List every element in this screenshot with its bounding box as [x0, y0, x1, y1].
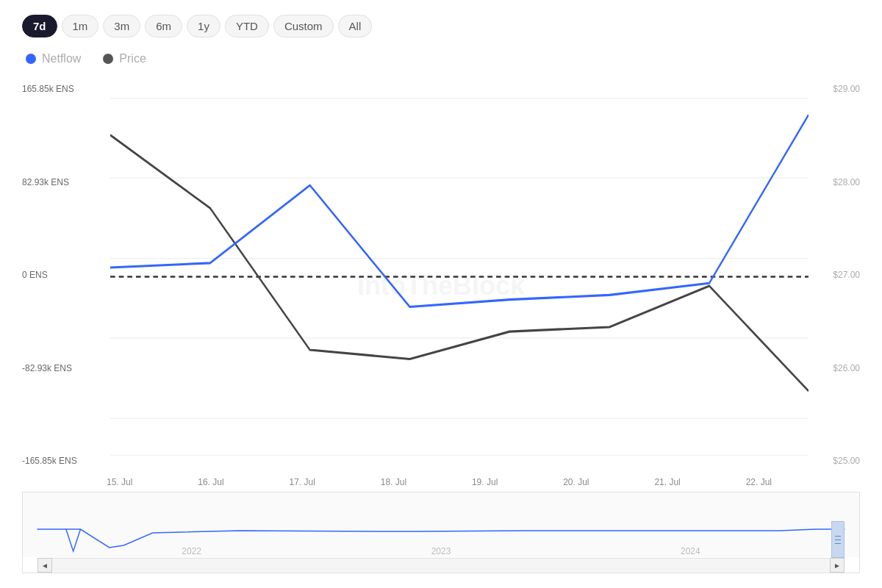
x-axis: 15. Jul16. Jul17. Jul18. Jul19. Jul20. J… — [22, 473, 860, 492]
legend-netflow: Netflow — [26, 52, 81, 65]
scroll-handle[interactable] — [831, 521, 845, 558]
x-label-0: 15. Jul — [107, 477, 132, 492]
scroll-handle-line — [835, 543, 841, 544]
y-right-label-0: $29.00 — [808, 84, 860, 94]
svg-rect-7 — [23, 492, 859, 557]
main-chart-area: IntoTheBlock 165.85k ENS82.93k ENS0 ENS-… — [22, 80, 860, 492]
x-label-4: 19. Jul — [472, 477, 498, 492]
y-right-label-3: $26.00 — [808, 363, 860, 373]
y-left-label-0: 165.85k ENS — [22, 84, 110, 94]
netflow-dot — [26, 54, 36, 64]
legend: Netflow Price — [22, 52, 860, 65]
legend-price-label: Price — [119, 52, 146, 65]
y-left-label-3: -82.93k ENS — [22, 363, 110, 373]
mini-chart-area: 202220232024 ◄ ► — [22, 492, 860, 573]
x-label-3: 18. Jul — [381, 477, 406, 492]
x-label-5: 20. Jul — [563, 477, 589, 492]
scroll-handle-lines — [835, 536, 841, 544]
time-btn-ytd[interactable]: YTD — [225, 15, 269, 37]
legend-price: Price — [103, 52, 146, 65]
time-btn-1y[interactable]: 1y — [187, 15, 220, 37]
y-right-label-2: $27.00 — [808, 270, 860, 280]
time-btn-7d[interactable]: 7d — [22, 15, 57, 37]
mini-scroll-track[interactable]: ◄ ► — [37, 558, 845, 573]
chart-wrapper: IntoTheBlock 165.85k ENS82.93k ENS0 ENS-… — [22, 80, 860, 573]
price-dot — [103, 54, 113, 64]
time-range-bar: 7d1m3m6m1yYTDCustomAll — [22, 15, 860, 37]
y-left-label-4: -165.85k ENS — [22, 456, 110, 466]
time-btn-6m[interactable]: 6m — [145, 15, 182, 37]
nav-right-button[interactable]: ► — [830, 558, 845, 573]
time-btn-1m[interactable]: 1m — [62, 15, 99, 37]
time-btn-all[interactable]: All — [338, 15, 373, 37]
y-axis-right: $29.00$28.00$27.00$26.00$25.00 — [808, 80, 860, 470]
y-right-label-4: $25.00 — [808, 456, 860, 466]
x-label-1: 16. Jul — [198, 477, 223, 492]
scroll-handle-line — [835, 539, 841, 540]
time-btn-3m[interactable]: 3m — [103, 15, 140, 37]
app-container: 7d1m3m6m1yYTDCustomAll Netflow Price Int… — [0, 0, 882, 588]
nav-left-button[interactable]: ◄ — [37, 558, 52, 573]
x-label-2: 17. Jul — [289, 477, 315, 492]
x-label-6: 21. Jul — [654, 477, 680, 492]
time-btn-custom[interactable]: Custom — [273, 15, 334, 37]
y-left-label-1: 82.93k ENS — [22, 177, 110, 187]
y-axis-left: 165.85k ENS82.93k ENS0 ENS-82.93k ENS-16… — [22, 80, 110, 470]
x-label-7: 22. Jul — [746, 477, 772, 492]
y-right-label-1: $28.00 — [808, 177, 860, 187]
scroll-handle-line — [835, 536, 841, 537]
legend-netflow-label: Netflow — [42, 52, 81, 65]
y-left-label-2: 0 ENS — [22, 270, 110, 280]
main-chart-svg — [110, 80, 808, 473]
mini-chart-svg — [23, 492, 859, 557]
